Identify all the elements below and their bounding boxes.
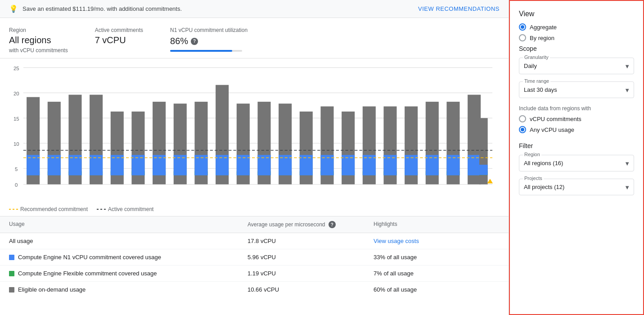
main-content: 💡 Save an estimated $111.19/mo. with add… <box>0 0 509 315</box>
svg-text:Nov 17: Nov 17 <box>278 189 293 189</box>
utilization-value: 86% <box>170 36 188 46</box>
svg-rect-80 <box>479 165 488 175</box>
row-1-avg: 5.96 vCPU <box>248 254 374 261</box>
table-row: Eligible on-demand usage 10.66 vCPU 60% … <box>0 282 509 297</box>
table-row: Compute Engine N1 vCPU commitment covere… <box>0 249 509 266</box>
by-region-radio-circle <box>519 34 526 41</box>
legend-active-label: Active commitment <box>108 206 153 212</box>
utilization-bar-fill <box>170 50 232 52</box>
row-0-avg: 17.8 vCPU <box>248 238 374 244</box>
view-aggregate-option[interactable]: Aggregate <box>519 23 634 31</box>
time-range-dropdown[interactable]: Time range Last 7 days Last 30 days Last… <box>519 81 634 98</box>
any-vcpu-label: Any vCPU usage <box>530 126 574 133</box>
view-recommendations-link[interactable]: VIEW RECOMMENDATIONS <box>418 5 500 12</box>
include-vcpu-commitments[interactable]: vCPU commitments <box>519 115 634 122</box>
svg-text:20: 20 <box>14 91 19 96</box>
utilization-stat: N1 vCPU commitment utilization 86% ? <box>170 27 248 54</box>
active-commitments-stat: Active commitments 7 vCPU <box>95 27 143 54</box>
gray-legend-dot <box>9 287 14 292</box>
view-radio-group: Aggregate By region <box>519 23 634 41</box>
panel-view-title: View <box>519 10 634 18</box>
legend-recommended-label: Recommended commitment <box>20 206 88 212</box>
granularity-select[interactable]: Daily Weekly Monthly <box>519 58 634 74</box>
row-2-label: Compute Engine Flexible commitment cover… <box>18 270 157 277</box>
active-commitments-label: Active commitments <box>95 27 143 33</box>
row-2-highlight: 7% of all usage <box>374 270 500 277</box>
row-3-highlight: 60% of all usage <box>374 286 500 293</box>
help-icon[interactable]: ? <box>191 38 198 45</box>
filter-section: Filter Region All regions (16) ▼ Project… <box>519 142 634 195</box>
vcpu-commitments-label: vCPU commitments <box>530 116 581 122</box>
stats-row: Region All regions with vCPU commitments… <box>0 18 509 58</box>
svg-text:Nov 3: Nov 3 <box>132 189 144 189</box>
row-3-label: Eligible on-demand usage <box>18 286 86 293</box>
granularity-dropdown[interactable]: Granularity Daily Weekly Monthly ▼ <box>519 58 634 74</box>
projects-select[interactable]: All projects (12) <box>519 179 634 195</box>
region-stat: Region All regions with vCPU commitments <box>9 27 68 54</box>
legend-recommended-line <box>9 209 18 210</box>
projects-wrapper: All projects (12) ▼ <box>519 179 634 195</box>
svg-text:Oct 26: Oct 26 <box>47 189 61 189</box>
banner-text: Save an estimated $111.19/mo. with addit… <box>23 5 182 12</box>
row-3-avg: 10.66 vCPU <box>248 286 374 293</box>
include-label: Include data from regions with <box>519 105 634 112</box>
time-range-select[interactable]: Last 7 days Last 30 days Last 90 days <box>519 82 634 98</box>
svg-text:25: 25 <box>14 66 19 71</box>
usage-table: Usage Average usage per microsecond ? Hi… <box>0 216 509 297</box>
region-label: Region <box>9 27 68 33</box>
time-range-wrapper: Last 7 days Last 30 days Last 90 days ▼ <box>519 82 634 98</box>
row-0-highlight: View usage costs <box>374 238 500 244</box>
region-select[interactable]: All regions (16) <box>519 155 634 171</box>
savings-banner: 💡 Save an estimated $111.19/mo. with add… <box>0 0 509 18</box>
view-usage-costs-link[interactable]: View usage costs <box>374 238 419 244</box>
table-row: Compute Engine Flexible commitment cover… <box>0 266 509 282</box>
svg-text:15: 15 <box>14 116 19 122</box>
col-usage: Usage <box>9 221 248 228</box>
chart-area: 25 20 15 10 5 0 <box>0 58 509 202</box>
region-wrapper: All regions (16) ▼ <box>519 155 634 171</box>
region-dropdown[interactable]: Region All regions (16) ▼ <box>519 155 634 171</box>
include-radio-group: vCPU commitments Any vCPU usage <box>519 115 634 133</box>
svg-text:Nov 13: Nov 13 <box>236 189 251 189</box>
bar-chart: 25 20 15 10 5 0 <box>5 63 500 189</box>
include-any-vcpu[interactable]: Any vCPU usage <box>519 126 634 133</box>
col-highlights: Highlights <box>374 221 500 228</box>
svg-text:Nov 7: Nov 7 <box>174 189 186 189</box>
svg-text:Oct 30: Oct 30 <box>89 189 103 189</box>
right-panel: View Aggregate By region Scope Granulari… <box>509 0 644 315</box>
blue-legend-dot <box>9 255 14 260</box>
svg-text:Oct 28: Oct 28 <box>68 189 82 189</box>
svg-text:0: 0 <box>15 182 18 188</box>
scope-title: Scope <box>519 45 634 52</box>
lightbulb-icon: 💡 <box>9 4 18 13</box>
legend-recommended: Recommended commitment <box>9 206 88 212</box>
row-2-avg: 1.19 vCPU <box>248 270 374 277</box>
svg-text:Nov 5: Nov 5 <box>153 189 165 189</box>
svg-text:Nov 15: Nov 15 <box>257 189 272 189</box>
svg-text:Oct 24: Oct 24 <box>26 189 40 189</box>
row-0-label: All usage <box>9 238 33 244</box>
col-avg: Average usage per microsecond ? <box>248 221 374 228</box>
banner-left: 💡 Save an estimated $111.19/mo. with add… <box>9 4 182 13</box>
utilization-value-row: 86% ? <box>170 36 248 46</box>
svg-text:Nov 11: Nov 11 <box>215 189 230 189</box>
svg-text:5: 5 <box>15 166 18 172</box>
svg-marker-83 <box>487 179 493 183</box>
legend-active-line <box>97 209 106 210</box>
any-vcpu-radio <box>519 126 526 133</box>
svg-text:Nov 1: Nov 1 <box>111 189 123 189</box>
table-row: All usage 17.8 vCPU View usage costs <box>0 233 509 249</box>
utilization-label: N1 vCPU commitment utilization <box>170 27 248 33</box>
usage-label: Eligible on-demand usage <box>9 286 248 293</box>
view-by-region-option[interactable]: By region <box>519 34 634 41</box>
usage-label: Compute Engine Flexible commitment cover… <box>9 270 248 277</box>
table-header: Usage Average usage per microsecond ? Hi… <box>0 216 509 233</box>
filter-title: Filter <box>519 142 634 149</box>
row-1-highlight: 33% of all usage <box>374 254 500 261</box>
green-legend-dot <box>9 271 14 276</box>
projects-dropdown[interactable]: Projects All projects (12) ▼ <box>519 179 634 195</box>
usage-label: Compute Engine N1 vCPU commitment covere… <box>9 254 248 261</box>
avg-help-icon[interactable]: ? <box>329 221 336 228</box>
svg-text:Nov 19: Nov 19 <box>299 189 314 189</box>
region-value: All regions <box>9 35 68 45</box>
